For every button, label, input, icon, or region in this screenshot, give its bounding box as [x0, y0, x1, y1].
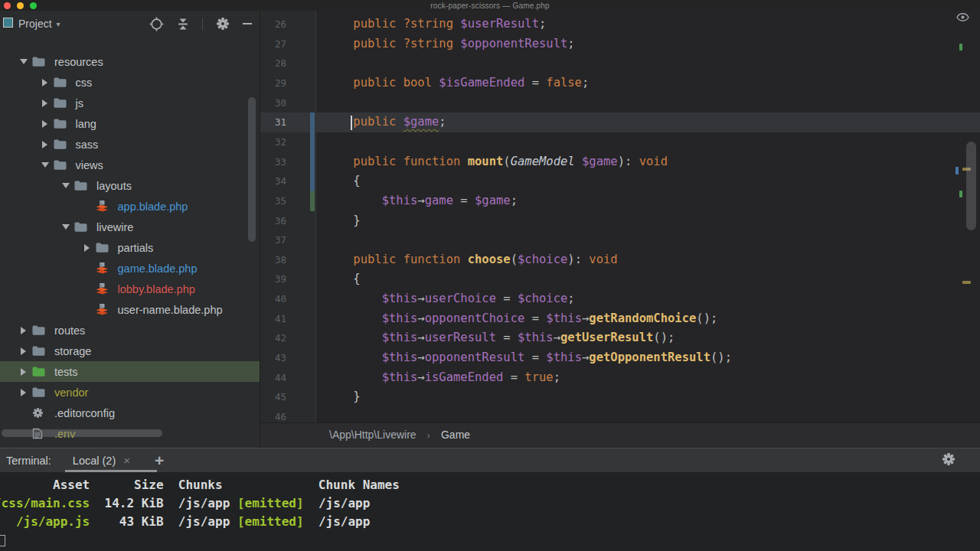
line-number[interactable]: 42 — [260, 328, 288, 348]
chevron-collapsed-icon[interactable] — [40, 99, 54, 107]
tree-item-partials[interactable]: partials — [0, 237, 260, 258]
code-line-44[interactable]: 44 $this→isGameEnded = true; — [260, 368, 980, 388]
tree-item-css[interactable]: css — [0, 72, 260, 93]
chevron-expanded-icon[interactable] — [60, 183, 74, 188]
editor-scrollbar[interactable] — [966, 142, 976, 230]
code-line-37[interactable]: 37 — [260, 230, 980, 250]
stripe-mark-modified[interactable] — [956, 167, 959, 174]
new-terminal-tab-button[interactable]: + — [155, 452, 164, 470]
close-icon[interactable]: × — [123, 454, 130, 467]
tree-item-user-name.blade.php[interactable]: user-name.blade.php — [0, 299, 260, 320]
terminal-output[interactable]: Asset Size Chunks Chunk Names /css/main.… — [0, 472, 980, 551]
editor[interactable]: 25 public ?string $opponentChoice;26 pub… — [260, 11, 980, 422]
tree-item-js[interactable]: js — [0, 93, 260, 113]
tree-item-.editorconfig[interactable]: .editorconfig — [0, 403, 260, 423]
line-number[interactable]: 33 — [260, 152, 288, 172]
line-number[interactable]: 46 — [260, 407, 288, 422]
tree-item-storage[interactable]: storage — [0, 341, 260, 361]
line-number[interactable]: 36 — [260, 211, 288, 231]
line-number[interactable]: 39 — [260, 269, 288, 289]
chevron-expanded-icon[interactable] — [18, 59, 32, 64]
line-number[interactable]: 34 — [260, 171, 288, 191]
tree-item-livewire[interactable]: livewire — [0, 217, 260, 237]
chevron-collapsed-icon[interactable] — [18, 389, 32, 396]
breadcrumb-namespace[interactable]: \App\Http\Livewire — [329, 429, 416, 441]
code-line-32[interactable]: 32 — [260, 132, 980, 152]
tree-item-lang[interactable]: lang — [0, 113, 260, 134]
code-line-33[interactable]: 33 public function mount(GameModel $game… — [260, 152, 980, 172]
code-line-40[interactable]: 40 $this→userChoice = $choice; — [260, 289, 980, 309]
tree-item-routes[interactable]: routes — [0, 320, 260, 341]
line-number[interactable]: 44 — [260, 368, 288, 388]
line-number[interactable]: 28 — [260, 54, 288, 73]
settings-icon[interactable] — [942, 452, 956, 469]
code-line-38[interactable]: 38 public function choose($choice): void — [260, 250, 980, 270]
code-line-45[interactable]: 45 } — [260, 387, 980, 407]
code-line-34[interactable]: 34 { — [260, 171, 980, 191]
chevron-collapsed-icon[interactable] — [18, 327, 32, 334]
chevron-collapsed-icon[interactable] — [40, 79, 54, 86]
line-number[interactable]: 38 — [260, 250, 288, 270]
line-number[interactable]: 32 — [260, 132, 288, 152]
tree-item-lobby.blade.php[interactable]: lobby.blade.php — [0, 279, 260, 299]
code-line-42[interactable]: 42 $this→userResult = $this→getUserResul… — [260, 328, 980, 348]
tree-item-app.blade.php[interactable]: app.blade.php — [0, 196, 260, 217]
tree-item-resources[interactable]: resources — [0, 51, 260, 72]
terminal-tab-local[interactable]: Local (2) × — [73, 454, 130, 467]
code-line-26[interactable]: 26 public ?string $userResult; — [260, 15, 980, 34]
folder-icon — [74, 181, 90, 191]
chevron-collapsed-icon[interactable] — [18, 368, 32, 376]
line-number[interactable]: 31 — [260, 112, 288, 132]
line-number[interactable]: 37 — [260, 230, 288, 250]
chevron-collapsed-icon[interactable] — [40, 141, 54, 148]
tree-item-tests[interactable]: tests — [0, 361, 260, 382]
stripe-mark-added[interactable] — [959, 44, 962, 51]
code-line-27[interactable]: 27 public ?string $opponentResult; — [260, 34, 980, 54]
tree-item-vendor[interactable]: vendor — [0, 382, 260, 403]
chevron-expanded-icon[interactable] — [40, 162, 54, 168]
code-line-29[interactable]: 29 public bool $isGameEnded = false; — [260, 73, 980, 93]
tree-item-game.blade.php[interactable]: game.blade.php — [0, 258, 260, 279]
stripe-mark-warning[interactable] — [962, 281, 971, 284]
code-area[interactable]: 25 public ?string $opponentChoice;26 pub… — [260, 11, 980, 422]
locate-icon[interactable] — [149, 17, 164, 31]
code-line-35[interactable]: 35 $this→game = $game; — [260, 191, 980, 211]
chevron-collapsed-icon[interactable] — [82, 244, 96, 252]
code-line-31[interactable]: 31 public $game; — [260, 112, 980, 132]
chevron-collapsed-icon[interactable] — [18, 347, 32, 355]
code-line-39[interactable]: 39 { — [260, 269, 980, 289]
tree-vertical-scrollbar[interactable] — [248, 97, 256, 242]
line-number[interactable]: 41 — [260, 309, 288, 329]
line-number[interactable]: 27 — [260, 34, 288, 54]
chevron-collapsed-icon[interactable] — [40, 120, 54, 128]
code-line-43[interactable]: 43 $this→opponentResult = $this→getOppon… — [260, 348, 980, 368]
project-panel-title[interactable]: Project — [18, 18, 52, 30]
code-line-41[interactable]: 41 $this→opponentChoice = $this→getRando… — [260, 309, 980, 329]
chevron-down-icon[interactable]: ▾ — [57, 20, 60, 28]
line-number[interactable]: 40 — [260, 289, 288, 309]
line-number[interactable]: 45 — [260, 387, 288, 407]
eye-icon[interactable] — [956, 11, 969, 24]
code-line-36[interactable]: 36 } — [260, 211, 980, 231]
tree-item-layouts[interactable]: layouts — [0, 175, 260, 196]
collapse-all-icon[interactable] — [177, 18, 189, 31]
line-number[interactable]: 26 — [260, 15, 288, 34]
tree-horizontal-scrollbar[interactable] — [2, 429, 162, 437]
code-text: { — [325, 269, 361, 289]
code-line-30[interactable]: 30 — [260, 93, 980, 113]
stripe-mark-added[interactable] — [959, 191, 962, 197]
hide-icon[interactable] — [243, 23, 252, 24]
line-number[interactable]: 30 — [260, 93, 288, 113]
tree-item-views[interactable]: views — [0, 155, 260, 175]
code-line-46[interactable]: 46 — [260, 407, 980, 422]
line-number[interactable]: 35 — [260, 191, 288, 211]
line-number[interactable]: 29 — [260, 73, 288, 93]
line-number[interactable]: 43 — [260, 348, 288, 368]
project-tree: resourcescssjslangsassviewslayoutsapp.bl… — [0, 47, 260, 448]
breadcrumb-class[interactable]: Game — [441, 429, 470, 441]
settings-icon[interactable] — [216, 17, 230, 31]
code-line-28[interactable]: 28 — [260, 54, 980, 73]
tree-item-sass[interactable]: sass — [0, 134, 260, 155]
chevron-expanded-icon[interactable] — [60, 224, 74, 230]
tree-item-label: views — [76, 159, 103, 171]
